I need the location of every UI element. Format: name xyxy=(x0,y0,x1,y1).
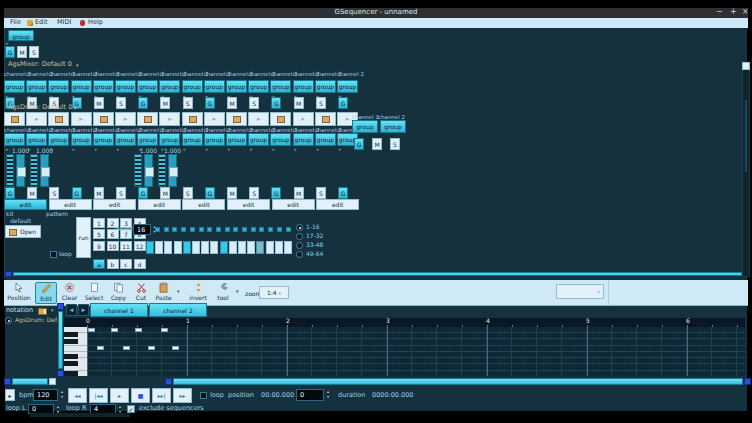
machines-hscrollbar[interactable] xyxy=(13,272,742,276)
drum-pad-play-button[interactable]: ▸ xyxy=(204,112,225,126)
note[interactable] xyxy=(111,328,118,332)
chevron-down-icon[interactable]: ▾ xyxy=(236,288,239,294)
pattern-cell[interactable] xyxy=(164,241,172,254)
run-button[interactable]: run xyxy=(76,217,91,258)
mixer-gms-button-s[interactable]: S xyxy=(249,97,259,109)
mixer-group-button[interactable]: group xyxy=(248,80,269,93)
bpm-spinbox[interactable]: 120 xyxy=(33,389,58,401)
piano-black-key[interactable] xyxy=(64,371,78,376)
range-radio[interactable] xyxy=(296,242,303,249)
position-spin-arrows[interactable]: ▴▾ xyxy=(325,389,331,401)
pattern-cell[interactable] xyxy=(275,241,283,254)
bank-number-button[interactable]: 10 xyxy=(107,241,119,251)
pattern-cell[interactable] xyxy=(183,241,191,254)
drum-gms-button-m[interactable]: M xyxy=(94,187,104,199)
drum-gms-button-m[interactable]: M xyxy=(27,187,37,199)
toolbar-select-button[interactable]: Select xyxy=(82,282,106,304)
bank-number-button[interactable]: 11 xyxy=(120,241,132,251)
mixer-group-button[interactable]: group xyxy=(315,80,336,93)
pattern-cell[interactable] xyxy=(174,241,182,254)
drum-group-button[interactable]: group xyxy=(204,133,225,146)
mixer-group-button[interactable]: group xyxy=(226,80,247,93)
drum-group-button[interactable]: group xyxy=(182,133,203,146)
zoom-select[interactable]: 1:4 ▾ xyxy=(259,286,289,299)
pattern-cell[interactable] xyxy=(238,241,246,254)
drum-master-gms-button-g[interactable]: G xyxy=(354,138,364,150)
note[interactable] xyxy=(135,328,142,332)
expander-icon[interactable]: ▸ xyxy=(6,147,9,151)
toolbar-clear-button[interactable]: Clear xyxy=(58,282,81,304)
mixer-group-button[interactable]: group xyxy=(293,80,314,93)
drum-pad-play-button[interactable]: ▸ xyxy=(26,112,47,126)
play-button[interactable]: ▸ xyxy=(110,388,129,403)
drum-group-button[interactable]: group xyxy=(248,133,269,146)
mixer-gms-button-g[interactable]: G xyxy=(271,97,281,109)
mixer-gms-button-s[interactable]: S xyxy=(116,97,126,109)
drum-gms-button-s[interactable]: S xyxy=(116,187,126,199)
expander-icon[interactable]: ▸ xyxy=(250,147,253,151)
drum-group-button[interactable]: group xyxy=(137,133,158,146)
drum-edit-button[interactable]: edit xyxy=(182,199,225,210)
machines-hscroll-button[interactable] xyxy=(5,271,12,277)
mixer-group-button[interactable]: group xyxy=(4,80,25,93)
drum-pad-play-button[interactable]: ▸ xyxy=(159,112,180,126)
drum-gms-button-s[interactable]: S xyxy=(183,187,193,199)
drum-pad-play-button[interactable]: ▸ xyxy=(293,112,314,126)
drum-edit-button[interactable]: edit xyxy=(272,199,315,210)
mixer-gms-button-m[interactable]: M xyxy=(294,97,304,109)
bank-number-button[interactable]: 1 xyxy=(93,218,105,228)
position-spinbox[interactable]: 0 xyxy=(296,389,324,401)
drum-edit-button[interactable]: edit xyxy=(316,199,359,210)
drum-gms-button-m[interactable]: M xyxy=(160,187,170,199)
machines-vscroll-thumb[interactable] xyxy=(745,100,747,172)
toolbar-paste-button[interactable]: Paste xyxy=(152,282,175,304)
notation-grid[interactable] xyxy=(87,327,745,376)
tab-scroll-left-button[interactable]: ◂ xyxy=(66,304,77,316)
drum-pad-play-button[interactable]: ▸ xyxy=(248,112,269,126)
mixer-group-button[interactable]: group xyxy=(26,80,47,93)
pattern-cell[interactable] xyxy=(256,241,264,254)
bank-number-button[interactable]: 12 xyxy=(134,241,146,251)
piano-black-key[interactable] xyxy=(64,339,78,344)
drum-pad-open-button[interactable] xyxy=(182,112,203,126)
opacity-select[interactable]: ▾ xyxy=(556,284,604,299)
menu-midi[interactable]: MIDI xyxy=(57,19,71,26)
note[interactable] xyxy=(161,328,168,332)
drum-gms-button-s[interactable]: S xyxy=(316,187,326,199)
notation-vscroll-bottom-button[interactable] xyxy=(57,370,64,377)
pattern-cell[interactable] xyxy=(146,241,154,254)
transport-expander-button[interactable]: ▸ xyxy=(5,389,15,401)
drum-pad-open-button[interactable] xyxy=(315,112,336,126)
mixer-group-button[interactable]: group xyxy=(204,80,225,93)
gms-button-g[interactable]: G xyxy=(5,46,15,58)
slider-handle[interactable] xyxy=(145,167,154,177)
expander-icon[interactable]: ▸ xyxy=(117,147,120,151)
mixer-group-button[interactable]: group xyxy=(137,80,158,93)
rewind-button[interactable]: ◂◂ xyxy=(68,388,87,403)
drum-group-button[interactable]: group xyxy=(226,133,247,146)
bpm-spin-arrows[interactable]: ▴▾ xyxy=(59,389,65,401)
slider-handle[interactable] xyxy=(17,167,26,177)
expander-icon[interactable]: ▸ xyxy=(228,147,231,151)
volume-slider[interactable] xyxy=(16,154,25,187)
pattern-cell[interactable] xyxy=(192,241,200,254)
panel-hscroll-end-button[interactable] xyxy=(49,378,56,385)
pattern-cell[interactable] xyxy=(247,241,255,254)
stop-button[interactable]: ■ xyxy=(131,388,150,403)
loop-checkbox[interactable] xyxy=(200,392,207,399)
mixer-group-button[interactable]: group xyxy=(115,80,136,93)
gms-button-m[interactable]: M xyxy=(17,46,27,58)
drum-pad-open-button[interactable] xyxy=(226,112,247,126)
pattern-cell[interactable] xyxy=(201,241,209,254)
drum-gms-button-g[interactable]: G xyxy=(338,187,348,199)
toolbar-edit-button[interactable]: Edit xyxy=(35,282,57,304)
bank-number-button[interactable]: 9 xyxy=(93,241,105,251)
pattern-cell[interactable] xyxy=(266,241,274,254)
drum-edit-button[interactable]: edit xyxy=(49,199,92,210)
drum-edit-button[interactable]: edit xyxy=(4,199,47,210)
toolbar-copy-button[interactable]: Copy xyxy=(107,282,130,304)
range-radio[interactable] xyxy=(296,224,303,231)
drum-gms-button-s[interactable]: S xyxy=(249,187,259,199)
bank-letter-button[interactable]: a xyxy=(93,259,105,269)
drum-pad-open-button[interactable] xyxy=(93,112,114,126)
